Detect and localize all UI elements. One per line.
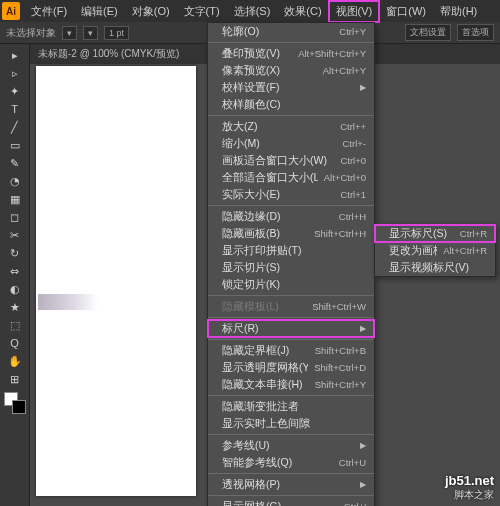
fill-swatch[interactable]: ▾: [62, 26, 77, 40]
stroke-color[interactable]: [12, 400, 26, 414]
view-menu-item-19: 隐藏模板(L)Shift+Ctrl+W: [208, 298, 374, 315]
shortcut-label: Ctrl+0: [340, 155, 366, 166]
rulers-submenu-item-0[interactable]: 显示标尺(S)Ctrl+R: [375, 225, 495, 242]
view-menu-item-24[interactable]: 显示透明度网格(Y)Shift+Ctrl+D: [208, 359, 374, 376]
view-menu-item-25[interactable]: 隐藏文本串接(H)Shift+Ctrl+Y: [208, 376, 374, 393]
watermark: jb51.net 脚本之家: [445, 473, 494, 502]
view-menu-item-label: 校样设置(F): [222, 81, 356, 95]
view-menu-item-label: 显示透明度网格(Y): [222, 361, 308, 375]
view-menu-item-4[interactable]: 校样设置(F)▶: [208, 79, 374, 96]
shortcut-label: Ctrl+-: [343, 138, 367, 149]
view-menu-item-label: 隐藏模板(L): [222, 300, 306, 314]
menu-窗口[interactable]: 窗口(W): [379, 1, 433, 22]
menu-文字[interactable]: 文字(T): [177, 1, 227, 22]
view-menu-item-9[interactable]: 画板适合窗口大小(W)Ctrl+0: [208, 152, 374, 169]
view-menu-sep-29: [208, 434, 374, 435]
color-swatches[interactable]: [4, 392, 26, 414]
tool-9[interactable]: ◻: [3, 208, 27, 226]
tool-6[interactable]: ✎: [3, 154, 27, 172]
tool-7[interactable]: ◔: [3, 172, 27, 190]
view-menu-item-16[interactable]: 显示切片(S): [208, 259, 374, 276]
view-menu-item-17[interactable]: 锁定切片(K): [208, 276, 374, 293]
view-menu-item-label: 全部适合窗口大小(L): [222, 171, 318, 185]
view-menu-item-23[interactable]: 隐藏定界框(J)Shift+Ctrl+B: [208, 342, 374, 359]
view-menu-item-13[interactable]: 隐藏边缘(D)Ctrl+H: [208, 208, 374, 225]
tool-18[interactable]: ⊞: [3, 370, 27, 388]
watermark-text: 脚本之家: [445, 488, 494, 502]
tool-4[interactable]: ╱: [3, 118, 27, 136]
tool-3[interactable]: T: [3, 100, 27, 118]
view-menu-item-label: 像素预览(X): [222, 64, 317, 78]
shortcut-label: Ctrl+': [344, 501, 366, 506]
menu-文件[interactable]: 文件(F): [24, 1, 74, 22]
rulers-submenu-item-label: 更改为画板标尺(C): [389, 244, 437, 258]
shortcut-label: Alt+Ctrl+Y: [323, 65, 366, 76]
tool-8[interactable]: ▦: [3, 190, 27, 208]
view-menu-item-33[interactable]: 透视网格(P)▶: [208, 476, 374, 493]
tool-11[interactable]: ↻: [3, 244, 27, 262]
prefs-button[interactable]: 首选项: [457, 24, 494, 41]
view-menu-sep-12: [208, 205, 374, 206]
view-menu-item-8[interactable]: 缩小(M)Ctrl+-: [208, 135, 374, 152]
tool-2[interactable]: ✦: [3, 82, 27, 100]
view-menu-item-label: 标尺(R): [222, 322, 356, 336]
view-menu-item-0[interactable]: 轮廓(O)Ctrl+Y: [208, 23, 374, 40]
view-menu-item-label: 隐藏文本串接(H): [222, 378, 309, 392]
shortcut-label: Shift+Ctrl+H: [314, 228, 366, 239]
view-menu-item-21[interactable]: 标尺(R)▶: [208, 320, 374, 337]
stroke-swatch[interactable]: ▾: [83, 26, 98, 40]
menu-选择[interactable]: 选择(S): [227, 1, 278, 22]
tool-10[interactable]: ✂: [3, 226, 27, 244]
view-menu-item-15[interactable]: 显示打印拼贴(T): [208, 242, 374, 259]
tool-5[interactable]: ▭: [3, 136, 27, 154]
stroke-weight[interactable]: 1 pt: [104, 26, 129, 40]
view-menu-item-label: 画板适合窗口大小(W): [222, 154, 334, 168]
view-menu-item-label: 缩小(M): [222, 137, 337, 151]
view-menu-item-35[interactable]: 显示网格(G)Ctrl+': [208, 498, 374, 506]
menu-编辑[interactable]: 编辑(E): [74, 1, 125, 22]
view-menu-item-label: 放大(Z): [222, 120, 334, 134]
tool-12[interactable]: ⇔: [3, 262, 27, 280]
view-menu-item-28[interactable]: 显示实时上色间隙: [208, 415, 374, 432]
view-menu-item-11[interactable]: 实际大小(E)Ctrl+1: [208, 186, 374, 203]
rulers-submenu-item-2[interactable]: 显示视频标尺(V): [375, 259, 495, 276]
menu-对象[interactable]: 对象(O): [125, 1, 177, 22]
view-menu-item-30[interactable]: 参考线(U)▶: [208, 437, 374, 454]
doc-setup-button[interactable]: 文档设置: [405, 24, 451, 41]
toolbox: ▸▹✦T╱▭✎◔▦◻✂↻⇔◐★⬚Q✋⊞: [0, 44, 30, 506]
view-menu-item-27[interactable]: 隐藏渐变批注者: [208, 398, 374, 415]
artboard[interactable]: [36, 66, 196, 496]
shortcut-label: Ctrl+H: [339, 211, 366, 222]
tool-16[interactable]: Q: [3, 334, 27, 352]
artifact-smudge: [38, 294, 98, 310]
view-menu-item-3[interactable]: 像素预览(X)Alt+Ctrl+Y: [208, 62, 374, 79]
tool-0[interactable]: ▸: [3, 46, 27, 64]
view-menu-item-14[interactable]: 隐藏画板(B)Shift+Ctrl+H: [208, 225, 374, 242]
tool-1[interactable]: ▹: [3, 64, 27, 82]
menu-帮助[interactable]: 帮助(H): [433, 1, 484, 22]
view-menu-item-label: 显示切片(S): [222, 261, 366, 275]
submenu-arrow-icon: ▶: [360, 480, 366, 489]
shortcut-label: Ctrl+1: [340, 189, 366, 200]
tool-17[interactable]: ✋: [3, 352, 27, 370]
view-menu-item-31[interactable]: 智能参考线(Q)Ctrl+U: [208, 454, 374, 471]
view-menu-item-label: 显示网格(G): [222, 500, 338, 507]
menu-效果[interactable]: 效果(C): [277, 1, 328, 22]
view-menu-item-7[interactable]: 放大(Z)Ctrl++: [208, 118, 374, 135]
tool-14[interactable]: ★: [3, 298, 27, 316]
rulers-submenu: 显示标尺(S)Ctrl+R更改为画板标尺(C)Alt+Ctrl+R显示视频标尺(…: [374, 224, 496, 277]
tool-15[interactable]: ⬚: [3, 316, 27, 334]
menu-视图[interactable]: 视图(V): [329, 1, 380, 22]
view-menu-item-5[interactable]: 校样颜色(C): [208, 96, 374, 113]
view-menu-item-10[interactable]: 全部适合窗口大小(L)Alt+Ctrl+0: [208, 169, 374, 186]
view-menu-sep-34: [208, 495, 374, 496]
rulers-submenu-item-label: 显示标尺(S): [389, 227, 454, 241]
view-menu-sep-1: [208, 42, 374, 43]
view-menu-item-2[interactable]: 叠印预览(V)Alt+Shift+Ctrl+Y: [208, 45, 374, 62]
tool-13[interactable]: ◐: [3, 280, 27, 298]
view-menu-item-label: 隐藏边缘(D): [222, 210, 333, 224]
shortcut-label: Alt+Ctrl+0: [324, 172, 366, 183]
view-menu-item-label: 显示实时上色间隙: [222, 417, 366, 431]
view-menu-sep-26: [208, 395, 374, 396]
rulers-submenu-item-1[interactable]: 更改为画板标尺(C)Alt+Ctrl+R: [375, 242, 495, 259]
